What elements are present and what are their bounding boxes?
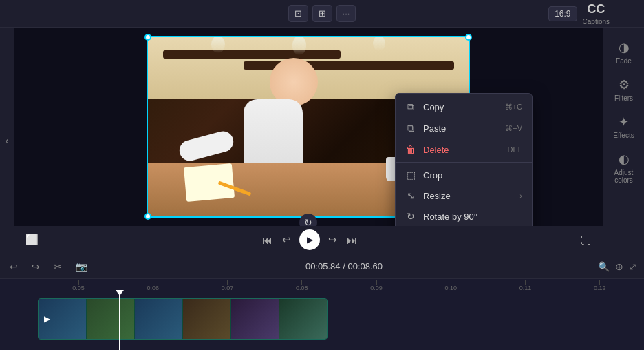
resize-label: Resize [423,191,513,201]
ruler-tick-8: 0:12 [563,280,637,291]
bottom-section: ↩ ↪ ✂ 📷 00:05.84 / 00:08.60 🔍 ⊕ ⤢ [0,254,644,350]
skip-forward-button[interactable]: ⏭ [345,233,358,247]
menu-item-copy[interactable]: ⧉ Copy ⌘+C [396,96,532,118]
rotate-icon: ↻ [405,211,416,222]
menu-item-resize[interactable]: ⤡ Resize › [396,185,532,206]
video-area: ↻ ⧉ Copy ⌘+C ⧉ Paste ⌘+V 🗑 [14,28,603,254]
left-sidebar-arrow[interactable]: ‹ [0,28,14,254]
subtitle-icon: ⬜ [25,234,39,246]
undo-button[interactable]: ↩ [7,260,21,274]
fade-label: Fade [616,57,632,65]
expand-button[interactable]: ⤢ [629,261,637,272]
time-display: 00:05.84 / 00:08.60 [98,261,590,271]
delete-icon: 🗑 [405,144,416,155]
forward-button[interactable]: ↪ [327,232,339,247]
crop-menu-icon: ⬚ [405,169,416,181]
top-bar: ⊡ ⊞ ··· 16:9 CC Captions [0,0,644,28]
zoom-controls: 🔍 ⊕ ⤢ [598,261,637,272]
menu-item-crop[interactable]: ⬚ Crop [396,165,532,185]
ruler-tick-6: 0:10 [414,280,488,291]
play-icon: ▶ [307,235,313,245]
sidebar-item-filters[interactable]: ⚙ Filters [606,72,642,107]
paste-icon: ⧉ [405,123,416,134]
aspect-ratio-button[interactable]: 16:9 [548,6,577,21]
person-body [244,99,303,168]
menu-item-rotate[interactable]: ↻ Rotate by 90° [396,206,532,226]
video-container: ↻ ⧉ Copy ⌘+C ⧉ Paste ⌘+V 🗑 [14,28,603,226]
paste-shortcut: ⌘+V [505,124,522,133]
menu-item-paste[interactable]: ⧉ Paste ⌘+V [396,118,532,139]
playhead[interactable] [119,293,120,350]
copy-icon: ⧉ [405,101,416,113]
timeline-toolbar: ↩ ↪ ✂ 📷 00:05.84 / 00:08.60 🔍 ⊕ ⤢ [0,254,644,279]
more-icon: ··· [343,8,350,19]
current-time: 00:05.84 [305,261,341,271]
track-thumb-2 [87,299,135,339]
snapshot-button[interactable]: 📷 [73,260,90,274]
skip-back-icon: ⏮ [262,234,272,246]
controls-left: ⬜ [24,232,40,247]
effects-label: Effects [613,132,634,139]
ruler-tick-2: 0:06 [116,280,190,291]
track-strip[interactable]: ▶ [38,298,328,340]
captions-icon: CC [587,2,605,17]
redo-button[interactable]: ↪ [29,260,43,274]
fit-button[interactable]: ⊡ [288,5,308,22]
ruler-tick-1: 0:05 [41,280,116,291]
captions-label: Captions [583,18,610,25]
fullscreen-icon: ⛶ [581,234,591,246]
rotate-label: Rotate by 90° [423,212,522,222]
captions-panel-button[interactable]: CC Captions [583,2,610,25]
skip-forward-icon: ⏭ [347,234,357,246]
sidebar-item-fade[interactable]: ◑ Fade [606,34,642,70]
main-content: ‹ [0,28,644,254]
cut-button[interactable]: ✂ [51,260,65,274]
left-arrow-icon: ‹ [6,135,9,146]
ruler-tick-7: 0:11 [489,280,563,291]
fit-icon: ⊡ [294,8,302,19]
more-options-button[interactable]: ··· [336,5,356,22]
copy-shortcut: ⌘+C [505,103,522,112]
person-arm-left [177,129,235,163]
rewind-icon: ↩ [282,234,291,246]
paste-label: Paste [423,123,498,134]
controls-center: ⏮ ↩ ▶ ↪ ⏭ [261,229,358,250]
fade-icon: ◑ [619,40,630,55]
divider-1 [396,162,532,163]
zoom-out-button[interactable]: 🔍 [598,261,610,272]
person-head [270,58,318,106]
rewind-button[interactable]: ↩ [281,232,292,247]
subtitle-button[interactable]: ⬜ [24,232,40,247]
track-thumb-6 [279,299,328,339]
redo-icon: ↪ [32,261,40,272]
ceiling-light-2 [292,36,306,55]
menu-item-delete[interactable]: 🗑 Delete DEL [396,139,532,160]
copy-label: Copy [423,102,498,112]
filters-label: Filters [614,94,633,102]
sidebar-item-adjust[interactable]: ◐ Adjust colors [606,146,642,189]
video-controls: ⬜ ⏮ ↩ ▶ ↪ ⏭ [14,226,603,254]
desk-notebook [184,163,235,202]
delete-label: Delete [423,145,501,155]
zoom-out-icon: 🔍 [598,261,610,272]
delete-shortcut: DEL [508,145,522,154]
crop-label: Crop [423,170,522,181]
filters-icon: ⚙ [619,77,630,92]
undo-icon: ↩ [10,261,18,272]
right-sidebar: ◑ Fade ⚙ Filters ✦ Effects ◐ Adjust colo… [603,28,644,254]
ruler-tick-4: 0:08 [265,280,339,291]
ceiling-light-1 [211,36,225,53]
forward-icon: ↪ [328,234,337,246]
timeline-ruler: 0:05 0:06 0:07 0:08 0:09 0:10 0:11 0:12 [0,279,644,293]
track-thumb-5 [231,299,279,339]
crop-icon: ⊞ [319,8,326,19]
play-button[interactable]: ▶ [299,229,320,250]
skip-back-button[interactable]: ⏮ [261,233,274,247]
sidebar-item-effects[interactable]: ✦ Effects [606,109,642,145]
zoom-in-button[interactable]: ⊕ [615,261,623,272]
fullscreen-button[interactable]: ⛶ [579,233,592,247]
resize-icon: ⤡ [405,190,416,201]
expand-icon: ⤢ [629,261,637,272]
resize-arrow: › [519,192,522,200]
crop-button[interactable]: ⊞ [312,5,332,22]
